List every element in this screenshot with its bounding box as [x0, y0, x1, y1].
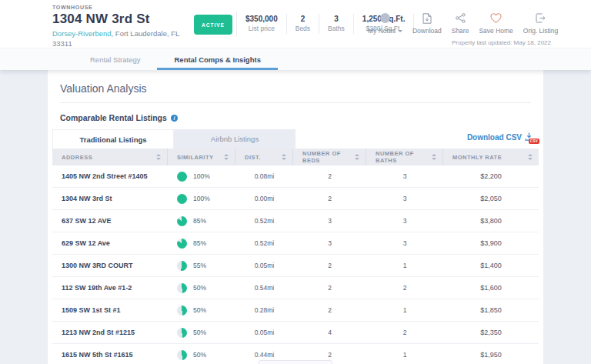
page-title: 1304 NW 3rd St: [52, 12, 191, 27]
tab-rental-strategy[interactable]: Rental Strategy: [73, 48, 157, 70]
sort-icon[interactable]: [224, 154, 229, 160]
section-divider: [60, 102, 531, 103]
comp-address: 1405 NW 2nd Street #1405: [52, 172, 168, 180]
comp-baths: 2: [366, 284, 443, 292]
comps-table: ADDRESS SIMILARITY DIST. NUMBER OF BEDS …: [52, 149, 539, 364]
similarity-percent: 85%: [193, 217, 206, 225]
header-actions: My Notes Download Share Save Home: [368, 12, 558, 35]
table-row[interactable]: 629 SW 12 Ave 85% 0.52mi 3 3 $3,900: [52, 232, 539, 255]
my-notes-button[interactable]: My Notes: [368, 12, 402, 35]
similarity-percent: 50%: [193, 306, 206, 314]
action-label: My Notes: [368, 27, 396, 35]
comp-similarity: 50%: [168, 306, 235, 316]
comp-distance: 0.05mi: [235, 262, 293, 269]
table-row[interactable]: 637 SW 12 AVE 85% 0.52mi 3 3 $3,800: [52, 210, 539, 232]
tab-traditional-listings[interactable]: Traditional Listings: [52, 129, 174, 149]
sort-icon[interactable]: [432, 154, 436, 160]
download-csv-icon: CSV: [525, 132, 537, 142]
comp-similarity: 100%: [168, 194, 235, 204]
comps-title-row: Comparable Rental Listings i: [60, 113, 531, 122]
comp-baths: 3: [366, 195, 443, 202]
comp-baths: 1: [366, 351, 443, 359]
download-csv-link[interactable]: Download CSV CSV: [467, 132, 537, 142]
heart-icon: [490, 12, 502, 24]
column-header-beds[interactable]: NUMBER OF BEDS: [293, 149, 366, 165]
action-label: Share: [452, 27, 469, 35]
save-home-button[interactable]: Save Home: [479, 12, 513, 35]
info-icon[interactable]: i: [171, 115, 178, 122]
comp-baths: 3: [366, 172, 443, 180]
comp-beds: 3: [293, 217, 366, 225]
comp-baths: 3: [366, 239, 443, 247]
table-row[interactable]: 1213 NW 2nd St #1215 50% 0.05mi 4 2 $2,3…: [52, 322, 539, 344]
comp-baths: 2: [366, 329, 443, 336]
column-label: NUMBER OF BATHS: [376, 150, 432, 164]
similarity-pie-icon: [177, 350, 187, 360]
sort-icon[interactable]: [528, 154, 533, 160]
action-label: Save Home: [479, 27, 513, 35]
column-header-baths[interactable]: NUMBER OF BATHS: [366, 149, 443, 165]
last-updated-text: Property last updated: May 18, 2022: [452, 39, 551, 46]
comp-similarity: 50%: [168, 350, 235, 360]
view-more-button[interactable]: [259, 360, 332, 364]
similarity-percent: 50%: [193, 329, 206, 336]
table-row[interactable]: 112 SW 19th Ave #1-2 50% 0.54mi 2 2 $1,6…: [52, 277, 539, 299]
comp-address: 1615 NW 5th St #1615: [52, 351, 168, 359]
comp-distance: 0.08mi: [235, 172, 293, 180]
tab-rental-comps-insights[interactable]: Rental Comps & Insights: [157, 48, 277, 70]
table-row[interactable]: 1304 NW 3rd St 100% 0.00mi 2 3 $2,050: [52, 188, 539, 210]
action-label: Orig. Listing: [523, 27, 558, 35]
comp-baths: 3: [366, 217, 443, 225]
action-label: Download: [412, 27, 442, 35]
download-csv-label: Download CSV: [467, 133, 522, 142]
comp-similarity: 85%: [168, 239, 235, 249]
share-button[interactable]: Share: [452, 12, 469, 35]
comp-similarity: 50%: [168, 328, 235, 338]
similarity-pie-icon: [177, 283, 187, 293]
comp-distance: 0.52mi: [235, 217, 293, 225]
comp-monthly-rate: $2,350: [443, 329, 539, 336]
similarity-pie-icon: [177, 328, 187, 338]
neighborhood-link[interactable]: Dorsey-Riverbend: [52, 29, 112, 38]
comp-address: 1213 NW 2nd St #1215: [52, 329, 168, 336]
sort-icon[interactable]: [156, 154, 161, 160]
table-row[interactable]: 1300 NW 3RD COURT 55% 0.05mi 2 1 $1,400: [52, 255, 539, 277]
comp-distance: 0.00mi: [235, 195, 293, 202]
comp-similarity: 85%: [168, 216, 235, 226]
comp-distance: 0.52mi: [235, 239, 293, 247]
tab-airbnb-listings[interactable]: Airbnb Listings: [174, 129, 296, 149]
comp-beds: 2: [293, 351, 366, 359]
download-button[interactable]: Download: [412, 12, 442, 35]
main-tab-bar: Rental Strategy Rental Comps & Insights: [0, 48, 591, 70]
document-download-icon: [422, 12, 432, 24]
stat-beds: 2 Beds: [287, 14, 319, 33]
column-header-similarity[interactable]: SIMILARITY: [168, 149, 235, 165]
comp-monthly-rate: $1,850: [443, 306, 539, 314]
table-row[interactable]: 1509 SW 1st St #1 50% 0.28mi 2 1 $1,850: [52, 299, 539, 322]
column-header-distance[interactable]: DIST.: [235, 149, 293, 165]
comp-beds: 4: [293, 329, 366, 336]
listing-tabs-row: Traditional Listings Airbnb Listings Dow…: [52, 129, 539, 149]
comp-similarity: 55%: [168, 261, 235, 271]
comp-address: 637 SW 12 AVE: [52, 217, 168, 225]
stat-value: $350,000: [245, 14, 278, 25]
comp-address: 1300 NW 3RD COURT: [52, 262, 168, 269]
table-row[interactable]: 1405 NW 2nd Street #1405 100% 0.08mi 2 3…: [52, 165, 539, 188]
column-header-monthly-rate[interactable]: MONTHLY RATE: [443, 149, 539, 165]
similarity-percent: 85%: [193, 239, 206, 247]
sort-icon[interactable]: [282, 154, 286, 160]
column-header-address[interactable]: ADDRESS: [52, 149, 168, 165]
sort-icon[interactable]: [355, 154, 359, 160]
comp-monthly-rate: $1,400: [443, 262, 539, 269]
stat-value: 2: [296, 14, 310, 25]
stat-baths: 3 Baths: [319, 14, 354, 33]
comp-beds: 2: [293, 306, 366, 314]
comp-monthly-rate: $2,200: [443, 172, 539, 180]
similarity-pie-icon: [177, 306, 187, 316]
comp-monthly-rate: $3,800: [443, 217, 539, 225]
comp-address: 1304 NW 3rd St: [52, 195, 168, 202]
orig-listing-button[interactable]: Orig. Listing: [523, 12, 558, 35]
property-address: Dorsey-Riverbend, Fort Lauderdale, FL 33…: [52, 29, 187, 49]
comp-beds: 2: [293, 195, 366, 202]
property-analysis-page: TOWNHOUSE 1304 NW 3rd St Dorsey-Riverben…: [0, 0, 591, 364]
